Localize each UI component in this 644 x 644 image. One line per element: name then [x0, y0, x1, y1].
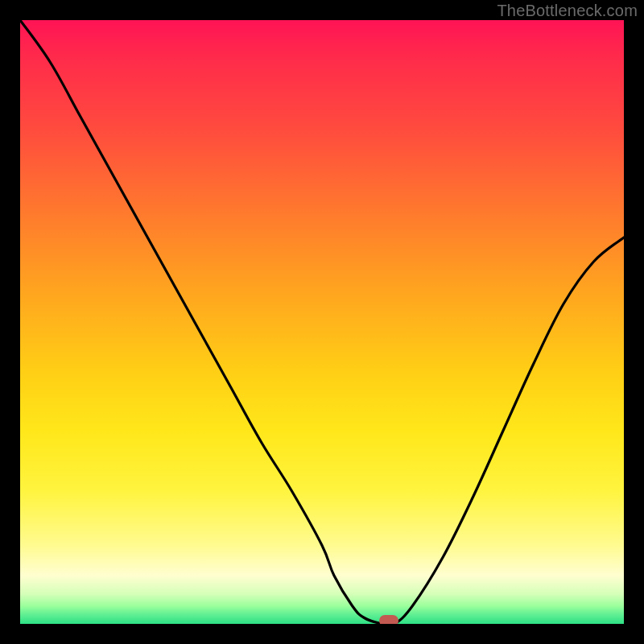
watermark-text: TheBottleneck.com — [497, 2, 638, 20]
frame-left — [0, 0, 20, 644]
plot-area — [20, 20, 624, 624]
bottleneck-curve — [20, 20, 624, 624]
chart-stage: TheBottleneck.com — [0, 0, 644, 644]
curve-path — [20, 20, 624, 624]
valley-marker — [379, 615, 398, 624]
frame-right — [624, 0, 644, 644]
